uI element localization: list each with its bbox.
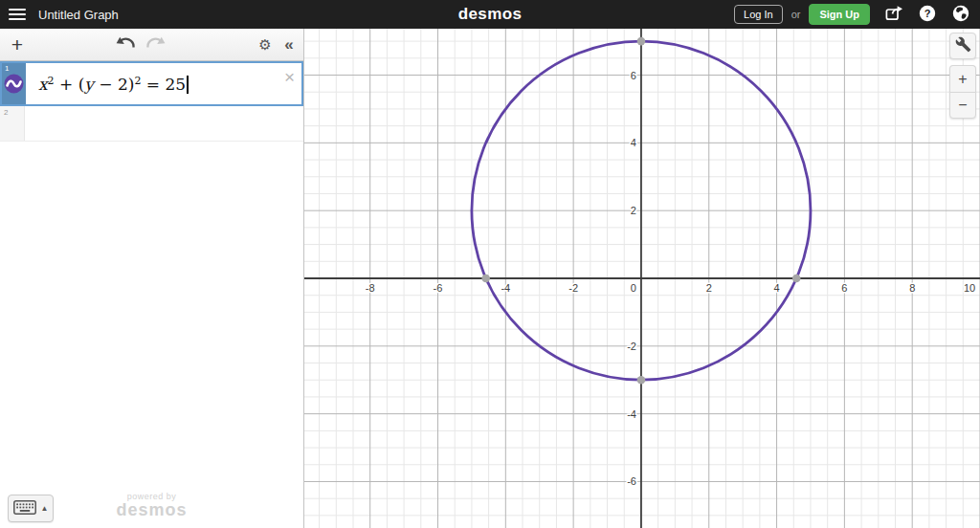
svg-text:?: ? bbox=[924, 8, 931, 19]
svg-text:10: 10 bbox=[964, 282, 975, 294]
keyboard-toggle-button[interactable]: ▲ bbox=[8, 495, 54, 522]
gear-icon: ⚙ bbox=[258, 36, 271, 54]
expression-2-index: 2 bbox=[4, 108, 8, 117]
expression-row-2[interactable]: 2 bbox=[0, 106, 303, 142]
undo-button[interactable] bbox=[113, 29, 140, 60]
add-expression-button[interactable]: + bbox=[5, 29, 30, 60]
svg-text:-2: -2 bbox=[568, 282, 578, 294]
text-cursor bbox=[187, 76, 189, 94]
graph-settings-wrench-button[interactable] bbox=[949, 33, 976, 59]
sign-up-button[interactable]: Sign Up bbox=[809, 4, 870, 25]
help-icon: ? bbox=[919, 5, 936, 25]
help-button[interactable]: ? bbox=[918, 5, 937, 24]
svg-text:-4: -4 bbox=[627, 408, 636, 420]
header-left: Untitled Graph bbox=[0, 7, 734, 22]
keyboard-icon bbox=[13, 500, 36, 517]
desmos-app: Untitled Graph desmos Log In or Sign Up bbox=[0, 0, 980, 528]
svg-text:6: 6 bbox=[841, 282, 847, 294]
collapse-panel-button[interactable]: « bbox=[277, 29, 301, 60]
zoom-button-group: + − bbox=[949, 65, 976, 119]
globe-icon bbox=[952, 5, 969, 25]
svg-text:0: 0 bbox=[631, 282, 636, 294]
graph-title[interactable]: Untitled Graph bbox=[38, 8, 119, 22]
delete-expression-button[interactable]: × bbox=[282, 66, 297, 88]
graph-settings-button[interactable]: ⚙ bbox=[252, 29, 278, 60]
header-right: Log In or Sign Up ? bbox=[734, 4, 980, 25]
top-bar: Untitled Graph desmos Log In or Sign Up bbox=[0, 0, 980, 29]
svg-text:2: 2 bbox=[706, 282, 712, 294]
wrench-icon bbox=[955, 36, 971, 56]
redo-button[interactable] bbox=[142, 29, 168, 60]
expression-2-input[interactable] bbox=[25, 106, 303, 141]
svg-text:-6: -6 bbox=[434, 282, 443, 294]
graph-paper[interactable]: -8-6-4-22468100-6-4-2246 + − bbox=[304, 29, 980, 528]
graph-side-controls: + − bbox=[949, 33, 976, 119]
share-icon bbox=[885, 5, 903, 24]
hamburger-icon bbox=[9, 9, 26, 11]
language-button[interactable] bbox=[951, 5, 970, 24]
zoom-in-button[interactable]: + bbox=[949, 65, 976, 92]
equation-text: x2 + (y − 2)2 = 25 bbox=[38, 75, 189, 94]
svg-text:4: 4 bbox=[631, 137, 636, 148]
share-button[interactable] bbox=[884, 5, 903, 24]
svg-text:-8: -8 bbox=[366, 282, 375, 294]
redo-icon bbox=[145, 36, 166, 53]
svg-text:-6: -6 bbox=[627, 475, 636, 487]
graph-canvas[interactable]: -8-6-4-22468100-6-4-2246 bbox=[304, 29, 980, 528]
zoom-out-button[interactable]: − bbox=[949, 92, 976, 119]
main-menu-button[interactable] bbox=[9, 7, 28, 22]
svg-text:6: 6 bbox=[631, 70, 636, 81]
expression-2-gutter: 2 bbox=[0, 106, 25, 141]
expression-1-index: 1 bbox=[5, 64, 9, 73]
expression-panel: + ⚙ « bbox=[0, 29, 304, 528]
or-label: or bbox=[791, 9, 801, 20]
expression-toolbar: + ⚙ « bbox=[0, 29, 303, 61]
keyboard-expand-arrow-icon: ▲ bbox=[41, 504, 49, 513]
svg-text:-4: -4 bbox=[501, 282, 510, 294]
log-in-button[interactable]: Log In bbox=[734, 5, 783, 24]
svg-text:-2: -2 bbox=[627, 341, 636, 352]
collapse-chevrons-icon: « bbox=[284, 35, 293, 55]
svg-text:8: 8 bbox=[909, 282, 915, 294]
undo-icon bbox=[116, 36, 137, 53]
svg-text:4: 4 bbox=[774, 282, 780, 294]
svg-text:2: 2 bbox=[631, 205, 636, 216]
expression-1-input[interactable]: x2 + (y − 2)2 = 25 × bbox=[26, 63, 301, 104]
expression-row-1[interactable]: 1 x2 + (y − 2)2 = 25 × bbox=[0, 61, 303, 106]
equation-color-icon[interactable] bbox=[4, 74, 24, 98]
expression-1-gutter[interactable]: 1 bbox=[2, 63, 26, 104]
